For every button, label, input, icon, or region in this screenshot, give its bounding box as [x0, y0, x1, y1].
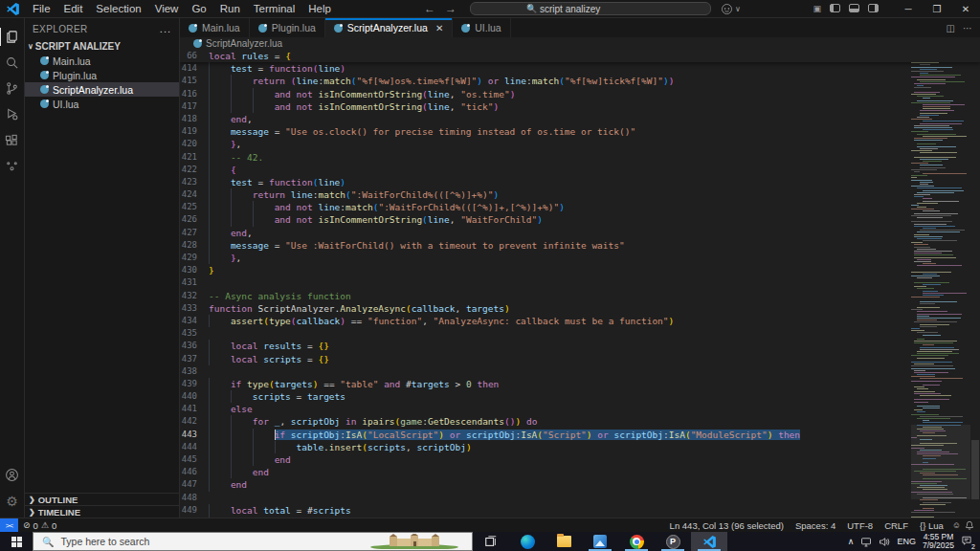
code-line-441[interactable]: 441else: [180, 403, 980, 415]
volume-icon[interactable]: [879, 537, 890, 547]
run-debug-icon[interactable]: [0, 101, 25, 127]
file-explorer-app[interactable]: [546, 532, 582, 551]
menu-terminal[interactable]: Terminal: [247, 0, 301, 18]
taskbar-search-box[interactable]: 🔍 Type here to search: [33, 532, 473, 551]
menu-go[interactable]: Go: [185, 0, 212, 18]
code-line-444[interactable]: 444table.insert(scripts, scriptObj): [180, 441, 980, 453]
code-line-429[interactable]: 429},: [180, 252, 980, 264]
code-line-424[interactable]: 424return line:match(":WaitForChild%(([^…: [180, 188, 980, 201]
code-line-447[interactable]: 447end: [180, 478, 980, 491]
command-search-box[interactable]: 🔍: [470, 2, 711, 15]
code-line-445[interactable]: 445end: [180, 453, 980, 466]
code-line-437[interactable]: 437local scripts = {}: [180, 353, 980, 365]
code-line-419[interactable]: 419message = "Use os.clock() for precise…: [180, 125, 980, 138]
panel-outline[interactable]: ❯OUTLINE: [25, 493, 179, 505]
back-icon[interactable]: ←: [424, 2, 435, 15]
extensions-icon[interactable]: [0, 127, 25, 153]
account-icon[interactable]: [0, 462, 25, 488]
more-actions-icon[interactable]: ⋯: [963, 23, 972, 33]
code-line-446[interactable]: 446end: [180, 466, 980, 478]
sticky-scroll-line[interactable]: 66local rules = {: [180, 50, 980, 62]
language-indicator[interactable]: ENG: [897, 537, 916, 546]
file-item-Main.lua[interactable]: Main.lua: [25, 54, 179, 68]
search-view-icon[interactable]: [0, 50, 25, 76]
file-item-Plugin.lua[interactable]: Plugin.lua: [25, 68, 179, 82]
status-item[interactable]: CRLF: [880, 520, 913, 531]
problems-status[interactable]: ⊘ 0 ⚠ 0: [18, 520, 61, 531]
network-icon[interactable]: [860, 537, 872, 547]
toggle-panel-icon[interactable]: [849, 4, 859, 12]
restore-button[interactable]: ❐: [923, 0, 951, 18]
code-line-414[interactable]: 414test = function(line): [180, 62, 980, 75]
code-line-418[interactable]: 418end,: [180, 113, 980, 125]
code-line-432[interactable]: 432-- Async analysis function: [180, 290, 980, 302]
split-editor-icon[interactable]: ◫: [947, 23, 955, 33]
status-item[interactable]: UTF-8: [842, 520, 878, 531]
tab-Plugin.lua[interactable]: Plugin.lua: [250, 18, 325, 37]
notification-center[interactable]: 2: [961, 535, 972, 548]
remote-explorer-icon[interactable]: [0, 153, 25, 179]
photos-app[interactable]: [582, 532, 618, 551]
menu-file[interactable]: File: [26, 0, 57, 18]
code-line-66[interactable]: 66local rules = {: [180, 50, 980, 62]
toggle-secondary-sidebar-icon[interactable]: [868, 4, 879, 12]
code-line-448[interactable]: 448: [180, 492, 980, 504]
source-control-icon[interactable]: [0, 76, 25, 101]
code-line-423[interactable]: 423test = function(line): [180, 176, 980, 188]
code-line-415[interactable]: 415return (line:match("%f[%w]os%.time%f[…: [180, 75, 980, 87]
file-item-UI.lua[interactable]: UI.lua: [25, 97, 179, 111]
close-tab-icon[interactable]: ✕: [435, 23, 443, 33]
edge-app[interactable]: [509, 532, 546, 551]
code-editor[interactable]: 66local rules = { 414test = function(lin…: [180, 50, 980, 518]
menu-run[interactable]: Run: [213, 0, 247, 18]
code-line-417[interactable]: 417and not isInCommentOrString(line, "ti…: [180, 100, 980, 113]
code-line-440[interactable]: 440scripts = targets: [180, 390, 980, 403]
close-button[interactable]: ✕: [951, 0, 980, 18]
remote-indicator[interactable]: ><: [0, 518, 18, 533]
code-line-431[interactable]: 431: [180, 276, 980, 289]
feedback-smiley-icon[interactable]: ☺: [952, 520, 961, 530]
search-highlight-image[interactable]: [368, 534, 460, 549]
code-line-422[interactable]: 422{: [180, 164, 980, 176]
breadcrumb[interactable]: ScriptAnalyzer.lua: [180, 37, 980, 50]
tab-Main.lua[interactable]: Main.lua: [180, 18, 250, 37]
task-view-button[interactable]: [473, 532, 509, 551]
code-line-434[interactable]: 434assert(type(callback) == "function", …: [180, 315, 980, 327]
tray-chevron-icon[interactable]: ∧: [848, 537, 855, 546]
notifications-bell-icon[interactable]: [965, 520, 974, 530]
forward-icon[interactable]: →: [445, 2, 457, 15]
menu-edit[interactable]: Edit: [57, 0, 90, 18]
code-line-435[interactable]: 435: [180, 327, 980, 340]
code-lines[interactable]: 414test = function(line)415return (line:…: [180, 62, 980, 518]
tab-UI.lua[interactable]: UI.lua: [453, 18, 510, 37]
code-line-442[interactable]: 442for _, scriptObj in ipairs(game:GetDe…: [180, 415, 980, 428]
code-line-421[interactable]: 421-- 42.: [180, 151, 980, 164]
menu-view[interactable]: View: [148, 0, 186, 18]
toggle-sidebar-icon[interactable]: [830, 4, 840, 12]
vscode-app[interactable]: [691, 532, 727, 551]
settings-gear-icon[interactable]: ⚙: [0, 488, 25, 514]
code-line-449[interactable]: 449local total = #scripts: [180, 504, 980, 517]
chrome-app[interactable]: [618, 532, 655, 551]
code-line-416[interactable]: 416and not isInCommentOrString(line, "os…: [180, 88, 980, 100]
status-item[interactable]: Ln 443, Col 13 (96 selected): [665, 520, 789, 531]
p-app[interactable]: P: [655, 532, 691, 551]
status-item[interactable]: Spaces: 4: [791, 520, 840, 531]
clock[interactable]: 4:55 PM 7/9/2025: [923, 533, 954, 550]
code-line-436[interactable]: 436local results = {}: [180, 340, 980, 352]
code-line-428[interactable]: 428message = "Use :WaitForChild() with a…: [180, 239, 980, 252]
explorer-icon[interactable]: [0, 24, 25, 50]
code-line-438[interactable]: 438: [180, 365, 980, 378]
code-line-425[interactable]: 425and not line:match(":WaitForChild%(([…: [180, 201, 980, 213]
code-line-426[interactable]: 426and not isInCommentOrString(line, "Wa…: [180, 213, 980, 226]
menu-help[interactable]: Help: [301, 0, 338, 18]
start-button[interactable]: [0, 532, 33, 551]
menu-selection[interactable]: Selection: [89, 0, 147, 18]
panel-timeline[interactable]: ❯TIMELINE: [25, 505, 179, 518]
copilot-button[interactable]: ∨: [721, 3, 741, 15]
code-line-439[interactable]: 439if type(targets) == "table" and #targ…: [180, 378, 980, 390]
search-input[interactable]: [471, 3, 710, 14]
status-item[interactable]: {} Lua: [915, 520, 948, 531]
customize-layout-icon[interactable]: ▣: [813, 4, 821, 13]
sidebar-more-actions[interactable]: ...: [160, 23, 171, 34]
